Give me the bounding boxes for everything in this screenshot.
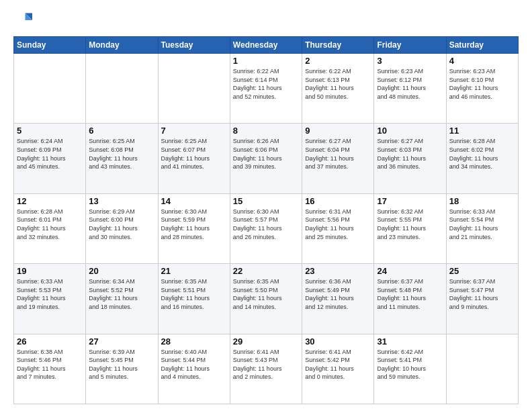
cell-info: Sunrise: 6:34 AM Sunset: 5:52 PM Dayligh… (89, 277, 154, 311)
day-number: 21 (161, 266, 227, 276)
cell-info: Sunrise: 6:22 AM Sunset: 6:14 PM Dayligh… (233, 67, 299, 101)
weekday-header-tuesday: Tuesday (158, 37, 230, 54)
day-number: 14 (161, 196, 227, 206)
calendar-cell: 24Sunrise: 6:37 AM Sunset: 5:48 PM Dayli… (374, 264, 446, 334)
weekday-header-sunday: Sunday (14, 37, 86, 54)
cell-info: Sunrise: 6:35 AM Sunset: 5:51 PM Dayligh… (161, 277, 227, 311)
cell-info: Sunrise: 6:40 AM Sunset: 5:44 PM Dayligh… (161, 348, 227, 381)
calendar-cell: 23Sunrise: 6:36 AM Sunset: 5:49 PM Dayli… (302, 264, 374, 334)
cell-info: Sunrise: 6:23 AM Sunset: 6:10 PM Dayligh… (449, 67, 515, 101)
calendar-cell: 25Sunrise: 6:37 AM Sunset: 5:47 PM Dayli… (446, 264, 518, 334)
calendar-cell: 7Sunrise: 6:25 AM Sunset: 6:07 PM Daylig… (158, 124, 230, 193)
cell-info: Sunrise: 6:37 AM Sunset: 5:47 PM Dayligh… (449, 277, 515, 311)
calendar-cell: 1Sunrise: 6:22 AM Sunset: 6:14 PM Daylig… (230, 54, 302, 124)
page: SundayMondayTuesdayWednesdayThursdayFrid… (0, 0, 532, 411)
day-number: 4 (449, 56, 515, 66)
day-number: 3 (377, 56, 443, 66)
day-number: 31 (377, 336, 443, 347)
day-number: 12 (17, 196, 83, 206)
calendar-cell: 17Sunrise: 6:32 AM Sunset: 5:55 PM Dayli… (374, 193, 446, 263)
calendar-cell (14, 54, 86, 124)
calendar-cell: 13Sunrise: 6:29 AM Sunset: 6:00 PM Dayli… (86, 193, 158, 263)
calendar-cell: 4Sunrise: 6:23 AM Sunset: 6:10 PM Daylig… (446, 54, 518, 124)
cell-info: Sunrise: 6:41 AM Sunset: 5:43 PM Dayligh… (233, 348, 299, 381)
day-number: 19 (17, 266, 83, 276)
calendar-cell: 28Sunrise: 6:40 AM Sunset: 5:44 PM Dayli… (158, 334, 230, 404)
cell-info: Sunrise: 6:29 AM Sunset: 6:00 PM Dayligh… (89, 208, 154, 241)
calendar-cell: 5Sunrise: 6:24 AM Sunset: 6:09 PM Daylig… (14, 124, 86, 193)
day-number: 20 (89, 266, 154, 276)
day-number: 8 (233, 126, 299, 136)
calendar-cell (86, 54, 158, 124)
cell-info: Sunrise: 6:28 AM Sunset: 6:01 PM Dayligh… (17, 208, 83, 241)
calendar-cell: 29Sunrise: 6:41 AM Sunset: 5:43 PM Dayli… (230, 334, 302, 404)
cell-info: Sunrise: 6:27 AM Sunset: 6:04 PM Dayligh… (305, 137, 371, 171)
calendar-week-2: 5Sunrise: 6:24 AM Sunset: 6:09 PM Daylig… (14, 124, 519, 193)
weekday-header-monday: Monday (86, 37, 158, 54)
cell-info: Sunrise: 6:24 AM Sunset: 6:09 PM Dayligh… (17, 137, 83, 171)
cell-info: Sunrise: 6:27 AM Sunset: 6:03 PM Dayligh… (377, 137, 443, 171)
day-number: 10 (377, 126, 443, 136)
day-number: 23 (305, 266, 371, 276)
cell-info: Sunrise: 6:32 AM Sunset: 5:55 PM Dayligh… (377, 208, 443, 241)
calendar-cell: 30Sunrise: 6:41 AM Sunset: 5:42 PM Dayli… (302, 334, 374, 404)
day-number: 27 (89, 336, 154, 347)
calendar-cell (446, 334, 518, 404)
day-number: 6 (89, 126, 154, 136)
cell-info: Sunrise: 6:30 AM Sunset: 5:57 PM Dayligh… (233, 208, 299, 241)
day-number: 18 (449, 196, 515, 206)
day-number: 7 (161, 126, 227, 136)
weekday-header-saturday: Saturday (446, 37, 518, 54)
day-number: 5 (17, 126, 83, 136)
calendar-week-4: 19Sunrise: 6:33 AM Sunset: 5:53 PM Dayli… (14, 264, 519, 334)
day-number: 22 (233, 266, 299, 276)
day-number: 11 (449, 126, 515, 136)
day-number: 25 (449, 266, 515, 276)
cell-info: Sunrise: 6:36 AM Sunset: 5:49 PM Dayligh… (305, 277, 371, 311)
day-number: 30 (305, 336, 371, 347)
calendar-cell: 20Sunrise: 6:34 AM Sunset: 5:52 PM Dayli… (86, 264, 158, 334)
day-number: 24 (377, 266, 443, 276)
day-number: 26 (17, 336, 83, 347)
weekday-header-thursday: Thursday (302, 37, 374, 54)
cell-info: Sunrise: 6:31 AM Sunset: 5:56 PM Dayligh… (305, 208, 371, 241)
logo-icon (13, 11, 32, 30)
calendar-cell: 3Sunrise: 6:23 AM Sunset: 6:12 PM Daylig… (374, 54, 446, 124)
calendar-cell: 12Sunrise: 6:28 AM Sunset: 6:01 PM Dayli… (14, 193, 86, 263)
calendar-cell: 19Sunrise: 6:33 AM Sunset: 5:53 PM Dayli… (14, 264, 86, 334)
calendar-body: 1Sunrise: 6:22 AM Sunset: 6:14 PM Daylig… (14, 54, 519, 404)
day-number: 2 (305, 56, 371, 66)
cell-info: Sunrise: 6:33 AM Sunset: 5:53 PM Dayligh… (17, 277, 83, 311)
cell-info: Sunrise: 6:41 AM Sunset: 5:42 PM Dayligh… (305, 348, 371, 381)
calendar-cell: 2Sunrise: 6:22 AM Sunset: 6:13 PM Daylig… (302, 54, 374, 124)
day-number: 16 (305, 196, 371, 206)
calendar-cell: 10Sunrise: 6:27 AM Sunset: 6:03 PM Dayli… (374, 124, 446, 193)
day-number: 28 (161, 336, 227, 347)
calendar-cell: 14Sunrise: 6:30 AM Sunset: 5:59 PM Dayli… (158, 193, 230, 263)
cell-info: Sunrise: 6:37 AM Sunset: 5:48 PM Dayligh… (377, 277, 443, 311)
calendar-cell: 22Sunrise: 6:35 AM Sunset: 5:50 PM Dayli… (230, 264, 302, 334)
cell-info: Sunrise: 6:33 AM Sunset: 5:54 PM Dayligh… (449, 208, 515, 241)
calendar-cell: 8Sunrise: 6:26 AM Sunset: 6:06 PM Daylig… (230, 124, 302, 193)
calendar-cell (158, 54, 230, 124)
logo (13, 11, 35, 30)
weekday-header-friday: Friday (374, 37, 446, 54)
calendar-week-5: 26Sunrise: 6:38 AM Sunset: 5:46 PM Dayli… (14, 334, 519, 404)
cell-info: Sunrise: 6:28 AM Sunset: 6:02 PM Dayligh… (449, 137, 515, 171)
calendar-cell: 11Sunrise: 6:28 AM Sunset: 6:02 PM Dayli… (446, 124, 518, 193)
calendar-cell: 6Sunrise: 6:25 AM Sunset: 6:08 PM Daylig… (86, 124, 158, 193)
cell-info: Sunrise: 6:25 AM Sunset: 6:08 PM Dayligh… (89, 137, 154, 171)
calendar-cell: 31Sunrise: 6:42 AM Sunset: 5:41 PM Dayli… (374, 334, 446, 404)
calendar-cell: 26Sunrise: 6:38 AM Sunset: 5:46 PM Dayli… (14, 334, 86, 404)
calendar-week-3: 12Sunrise: 6:28 AM Sunset: 6:01 PM Dayli… (14, 193, 519, 263)
header (13, 11, 519, 30)
day-number: 29 (233, 336, 299, 347)
calendar-cell: 27Sunrise: 6:39 AM Sunset: 5:45 PM Dayli… (86, 334, 158, 404)
cell-info: Sunrise: 6:42 AM Sunset: 5:41 PM Dayligh… (377, 348, 443, 381)
cell-info: Sunrise: 6:25 AM Sunset: 6:07 PM Dayligh… (161, 137, 227, 171)
day-number: 17 (377, 196, 443, 206)
day-number: 1 (233, 56, 299, 66)
calendar-cell: 18Sunrise: 6:33 AM Sunset: 5:54 PM Dayli… (446, 193, 518, 263)
day-number: 13 (89, 196, 154, 206)
weekday-header-wednesday: Wednesday (230, 37, 302, 54)
